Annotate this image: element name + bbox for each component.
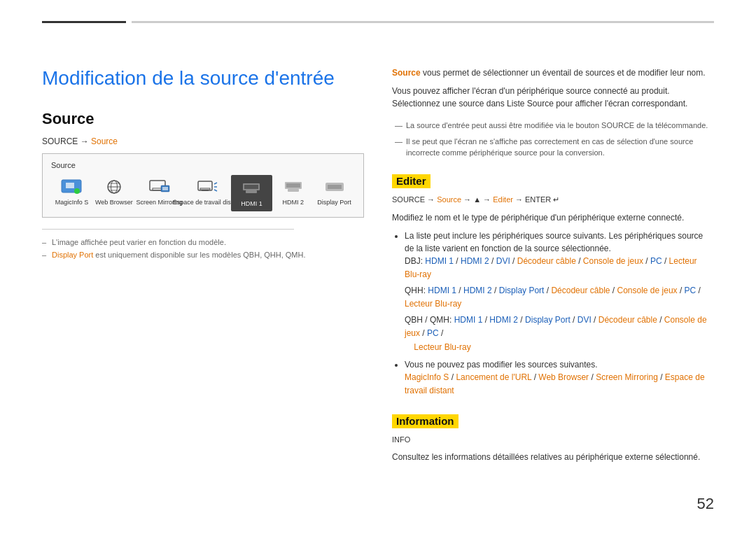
right-sub: Vous pouvez afficher l'écran d'un périph… bbox=[392, 85, 714, 110]
svg-rect-20 bbox=[244, 185, 258, 189]
svg-line-17 bbox=[214, 190, 217, 191]
note-displayport: Display Port est uniquement disponible s… bbox=[42, 251, 364, 259]
svg-rect-13 bbox=[200, 188, 210, 190]
note-remote: La source d'entrée peut aussi être modif… bbox=[392, 120, 714, 132]
hdmi1-label: HDMI 1 bbox=[241, 200, 262, 208]
info-desc: Consultez les informations détaillées re… bbox=[392, 451, 714, 463]
svg-line-15 bbox=[214, 183, 217, 184]
editer-source-link: Source bbox=[437, 195, 461, 204]
source-panel: Source MagicInfo S bbox=[42, 153, 364, 218]
editer-heading: Editer bbox=[392, 174, 430, 188]
workspace-icon bbox=[195, 178, 220, 196]
bullet-list-item: La liste peut inclure les périphériques … bbox=[405, 230, 714, 354]
page-number: 52 bbox=[697, 495, 714, 513]
cannot-modify-line: MagicInfo S / Lancement de l'URL / Web B… bbox=[405, 371, 714, 398]
displayport-label: Display Port bbox=[317, 199, 351, 206]
rule-light bbox=[132, 21, 714, 23]
webbrowser-label: Web Browser bbox=[95, 199, 133, 206]
bullet-cannot-modify: Vous ne pouvez pas modifier les sources … bbox=[405, 358, 714, 398]
screenmirroring-icon bbox=[147, 178, 172, 196]
information-heading: Information bbox=[392, 414, 458, 428]
source-icon-hdmi2[interactable]: HDMI 2 bbox=[272, 175, 314, 209]
left-divider bbox=[42, 229, 294, 230]
displayport-icon bbox=[322, 178, 347, 196]
rule-dark bbox=[42, 21, 126, 23]
dbj-line: DBJ: HDMI 1 / HDMI 2 / DVI / Décodeur câ… bbox=[405, 255, 714, 281]
right-column: Source vous permet de sélectionner un év… bbox=[392, 66, 714, 469]
hdmi2-label: HDMI 2 bbox=[282, 199, 304, 206]
displayport-note-link: Display Port bbox=[52, 251, 93, 259]
left-column: Modification de la source d'entrée Sourc… bbox=[42, 66, 364, 469]
svg-rect-1 bbox=[66, 183, 74, 188]
source-icon-webbrowser[interactable]: Web Browser bbox=[92, 175, 136, 209]
source-panel-label: Source bbox=[51, 161, 355, 169]
editer-path: SOURCE → Source → ▲ → Editer → ENTER ↵ bbox=[392, 195, 714, 204]
svg-rect-25 bbox=[328, 185, 342, 189]
page-title: Modification de la source d'entrée bbox=[42, 66, 364, 90]
source-icons-row: MagicInfo S W bbox=[51, 175, 355, 212]
svg-rect-19 bbox=[246, 190, 257, 193]
magicinfo-label: MagicInfo S bbox=[55, 199, 89, 206]
source-intro-link: Source bbox=[392, 68, 421, 78]
top-rule-lines bbox=[42, 21, 714, 23]
info-path: INFO bbox=[392, 435, 714, 444]
source-icon-magicinfo[interactable]: MagicInfo S bbox=[51, 175, 92, 209]
svg-rect-22 bbox=[288, 189, 299, 192]
magicinfo-icon bbox=[59, 178, 84, 196]
qbh-line: QBH / QMH: HDMI 1 / HDMI 2 / Display Por… bbox=[405, 314, 714, 354]
svg-rect-11 bbox=[162, 187, 168, 190]
source-path-link: Source bbox=[91, 136, 118, 146]
note-varies: L'image affichée peut varier en fonction… bbox=[42, 238, 364, 246]
right-intro: Source vous permet de sélectionner un év… bbox=[392, 66, 714, 79]
webbrowser-icon bbox=[102, 178, 127, 196]
source-section-title: Source bbox=[42, 110, 364, 128]
svg-rect-23 bbox=[286, 183, 300, 188]
editer-editer-link: Editer bbox=[493, 195, 513, 204]
note-incorrect: Il se peut que l'écran ne s'affiche pas … bbox=[392, 136, 714, 159]
source-icon-displayport[interactable]: Display Port bbox=[314, 175, 355, 209]
editer-bullets: La liste peut inclure les périphériques … bbox=[392, 230, 714, 398]
editer-desc: Modifiez le nom et le type de périphériq… bbox=[392, 211, 714, 224]
source-path: SOURCE → Source bbox=[42, 136, 364, 146]
svg-rect-14 bbox=[202, 190, 209, 191]
svg-point-2 bbox=[74, 188, 80, 194]
hdmi1-icon bbox=[239, 179, 264, 197]
source-icon-hdmi1[interactable]: HDMI 1 bbox=[231, 175, 272, 212]
qhh-line: QHH: HDMI 1 / HDMI 2 / Display Port / Dé… bbox=[405, 284, 714, 311]
source-icon-workspace[interactable]: Espace de travail distant bbox=[183, 175, 231, 209]
hdmi2-icon bbox=[281, 178, 306, 196]
intro-text: vous permet de sélectionner un éventail … bbox=[421, 68, 706, 78]
